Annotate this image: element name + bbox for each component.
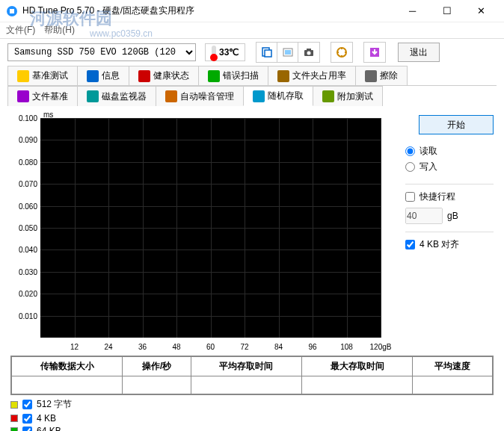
tab-row-2: 文件基准磁盘监视器自动噪音管理随机存取附加测试	[7, 86, 497, 106]
titlebar: HD Tune Pro 5.70 - 硬盘/固态硬盘实用程序 ─ ☐ ✕	[0, 0, 504, 22]
y-tick-label: 0.060	[10, 202, 37, 210]
read-radio[interactable]: 读取	[405, 145, 494, 158]
table-header: 操作/秒	[123, 357, 191, 376]
tab-icon	[17, 90, 29, 102]
table-cell	[302, 376, 413, 394]
copy-screenshot-button[interactable]	[277, 43, 298, 62]
legend: 512 字节4 KB64 KB	[10, 398, 494, 431]
legend-label: 64 KB	[37, 426, 61, 431]
x-tick-label: 108	[340, 343, 353, 351]
x-tick-label: 48	[172, 343, 180, 351]
tab-label: 随机存取	[268, 90, 304, 102]
table-header: 平均速度	[413, 357, 493, 376]
write-radio[interactable]: 写入	[405, 161, 494, 173]
tab-健康状态[interactable]: 健康状态	[129, 66, 199, 85]
table-cell	[191, 376, 301, 394]
svg-rect-5	[285, 50, 291, 55]
tabs: 基准测试信息健康状态错误扫描文件夹占用率擦除 文件基准磁盘监视器自动噪音管理随机…	[0, 66, 504, 106]
legend-checkbox[interactable]	[22, 427, 32, 432]
drive-select[interactable]: Samsung SSD 750 EVO 120GB (120 gB)	[7, 43, 196, 61]
chart: ms 0.0100.0200.0300.0400.0500.0600.0700.…	[10, 112, 381, 351]
screenshot-button[interactable]	[298, 43, 319, 62]
start-button[interactable]: 开始	[419, 115, 494, 134]
tab-label: 磁盘监视器	[102, 90, 147, 103]
x-tick-label: 96	[308, 343, 316, 351]
tab-附加测试[interactable]: 附加测试	[313, 86, 383, 106]
tab-label: 健康状态	[153, 69, 189, 82]
tab-icon	[87, 90, 99, 102]
maximize-button[interactable]: ☐	[430, 1, 464, 22]
y-tick-label: 0.070	[10, 180, 37, 188]
x-tick-label: 12	[70, 343, 79, 351]
tab-自动噪音管理[interactable]: 自动噪音管理	[156, 86, 244, 106]
tab-磁盘监视器[interactable]: 磁盘监视器	[77, 86, 156, 106]
tab-擦除[interactable]: 擦除	[355, 66, 408, 85]
quick-checkbox[interactable]: 快捷行程	[405, 190, 494, 203]
tab-icon	[208, 70, 220, 82]
tab-文件基准[interactable]: 文件基准	[7, 86, 78, 106]
tab-基准测试[interactable]: 基准测试	[7, 66, 78, 85]
table-cell	[413, 376, 493, 394]
tab-icon	[17, 70, 29, 82]
legend-checkbox[interactable]	[22, 400, 32, 409]
copy-info-button[interactable]	[256, 43, 277, 62]
tab-label: 基准测试	[32, 69, 68, 82]
legend-label: 512 字节	[37, 398, 72, 411]
exit-button[interactable]: 退出	[398, 43, 440, 62]
window-title: HD Tune Pro 5.70 - 硬盘/固态硬盘实用程序	[22, 4, 396, 17]
legend-checkbox[interactable]	[22, 414, 32, 424]
x-tick-label: 72	[240, 343, 248, 351]
tab-icon	[253, 90, 265, 102]
legend-color-icon	[10, 415, 18, 422]
svg-rect-3	[265, 50, 271, 57]
tab-随机存取[interactable]: 随机存取	[243, 86, 313, 106]
menu-file[interactable]: 文件(F)	[6, 24, 35, 37]
legend-label: 4 KB	[37, 413, 56, 424]
chart-plot-area	[40, 118, 381, 338]
y-tick-label: 0.010	[10, 311, 37, 320]
tab-label: 附加测试	[337, 90, 373, 103]
tab-信息[interactable]: 信息	[77, 66, 129, 85]
align-checkbox[interactable]: 4 KB 对齐	[405, 238, 494, 251]
x-tick-label: 36	[138, 343, 147, 351]
table-header: 平均存取时间	[191, 357, 301, 376]
tab-icon	[277, 70, 289, 82]
menu-help[interactable]: 帮助(H)	[44, 24, 75, 37]
legend-item: 512 字节	[10, 398, 494, 411]
tab-icon	[138, 70, 150, 82]
menubar: 文件(F) 帮助(H)	[0, 22, 504, 39]
tab-文件夹占用率[interactable]: 文件夹占用率	[268, 66, 356, 85]
quick-unit: gB	[447, 211, 458, 221]
tab-错误扫描[interactable]: 错误扫描	[198, 66, 268, 85]
svg-rect-1	[10, 9, 14, 13]
table-cell	[123, 376, 191, 394]
temperature-value: 33℃	[219, 47, 239, 58]
legend-color-icon	[10, 401, 18, 409]
y-tick-label: 0.080	[10, 158, 37, 166]
options-button[interactable]	[331, 43, 352, 62]
thermometer-icon	[212, 46, 216, 59]
tab-label: 自动噪音管理	[180, 90, 234, 103]
close-button[interactable]: ✕	[464, 1, 498, 22]
results-table: 传输数据大小操作/秒平均存取时间最大存取时间平均速度	[10, 356, 494, 395]
table-row	[12, 376, 493, 394]
tab-label: 擦除	[380, 69, 398, 82]
y-tick-label: 0.040	[10, 246, 37, 254]
app-icon	[6, 5, 18, 17]
quick-value-input	[405, 208, 443, 224]
legend-item: 64 KB	[10, 426, 494, 431]
table-cell	[12, 376, 123, 394]
tab-icon	[165, 90, 177, 102]
temperature-display: 33℃	[205, 43, 245, 61]
y-tick-label: 0.100	[10, 114, 37, 123]
tab-label: 错误扫描	[223, 69, 259, 82]
x-tick-label: 120gB	[370, 343, 392, 351]
minimize-button[interactable]: ─	[396, 1, 429, 22]
tab-row-1: 基准测试信息健康状态错误扫描文件夹占用率擦除	[7, 66, 497, 86]
svg-point-7	[307, 52, 311, 55]
tab-label: 文件夹占用率	[292, 69, 346, 82]
tab-label: 文件基准	[32, 90, 68, 103]
tab-icon	[322, 90, 334, 102]
save-button[interactable]	[364, 43, 385, 62]
x-tick-label: 24	[104, 343, 112, 351]
